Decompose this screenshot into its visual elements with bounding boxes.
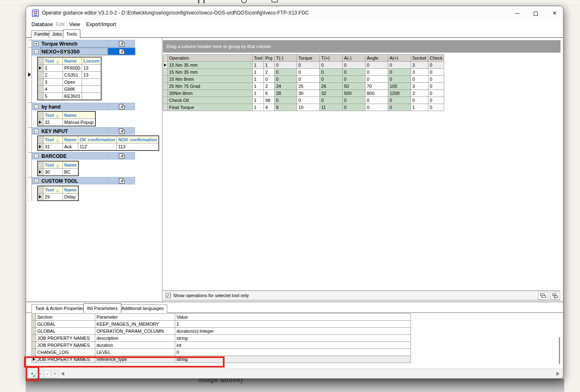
cell[interactable]: JOB PROPERTY NAMES (36, 342, 95, 349)
cell[interactable]: 500 (343, 90, 365, 97)
cell[interactable]: Final Torque (168, 104, 253, 111)
column-header[interactable]: Section (36, 314, 95, 321)
cell[interactable]: 0 (175, 349, 411, 356)
cell[interactable]: 29 (44, 194, 63, 201)
cell[interactable]: 800 (365, 90, 388, 97)
cell[interactable]: 2 (411, 90, 428, 97)
expand-grid-button[interactable] (550, 292, 560, 300)
minimize-button[interactable] (510, 8, 524, 19)
cell[interactable]: 0 (428, 69, 444, 76)
annotation-button[interactable]: A (108, 152, 135, 159)
cell[interactable]: 4 (264, 104, 275, 111)
cell[interactable]: string (175, 335, 411, 342)
cell[interactable]: 2 (44, 72, 63, 79)
cell[interactable]: 0 (320, 69, 343, 76)
cell[interactable]: 1 (253, 83, 264, 90)
cell[interactable]: 2 (264, 69, 275, 76)
column-header[interactable]: Loosen (82, 58, 101, 65)
cell[interactable]: 11 (320, 104, 343, 111)
table-row[interactable]: Check Oil19800000000 (163, 97, 444, 104)
barcode-tools-table[interactable]: ToolName30BC (38, 161, 78, 176)
cell[interactable]: 31 (44, 143, 63, 150)
cell[interactable]: 1 (253, 104, 264, 111)
cell[interactable]: GWK (63, 86, 82, 93)
cell[interactable]: GLOBAL (36, 328, 95, 335)
cell[interactable]: 0 (343, 69, 365, 76)
table-row[interactable]: 15 Nm 35 mm1100000030 (163, 62, 444, 69)
tab-ini-parameters[interactable]: INI Parameters (83, 303, 121, 313)
table-row[interactable]: 32Manual Popup (38, 119, 95, 126)
cell[interactable]: 0 (411, 97, 428, 104)
cell[interactable]: 1 (175, 321, 411, 328)
cell[interactable]: 50 (343, 83, 365, 90)
key-input-tools-table[interactable]: ToolNameOK confirmationNOK confirmation3… (38, 136, 159, 150)
cell[interactable]: 0 (428, 62, 444, 69)
tab-tools[interactable]: Tools (63, 29, 80, 38)
cell[interactable]: 15 Nm 35 mm (168, 69, 253, 76)
annotation-button[interactable]: A (108, 40, 135, 47)
cell[interactable]: 1200 (388, 90, 411, 97)
table-row[interactable]: JOB PROPERTY NAMESdurationint (32, 342, 411, 349)
by-hand-tools-table[interactable]: ToolName32Manual Popup (38, 111, 95, 126)
cell[interactable]: CHANGE_LOG (36, 349, 95, 356)
group-header-custom-tool[interactable]: - CUSTOM TOOL A (32, 177, 135, 184)
cell[interactable]: description (95, 335, 175, 342)
cell[interactable]: 0 (343, 104, 365, 111)
table-row[interactable]: 1PF600013 (38, 65, 101, 72)
cell[interactable]: 112 (78, 143, 116, 150)
cell[interactable]: Manual Popup (63, 119, 95, 126)
cell[interactable]: 24 (275, 83, 297, 90)
cell[interactable]: JOB PROPERTY NAMES (36, 335, 95, 342)
cell[interactable]: 1 (253, 90, 264, 97)
cell[interactable]: KEEP_IMAGES_IN_MEMORY (95, 321, 175, 328)
tab-task-action-properties[interactable]: Task & Action Properties (31, 304, 88, 313)
annotation-button-selected[interactable]: A (108, 48, 135, 55)
table-row[interactable]: GLOBALOPERATION_PARAM_COLUMNduration(s):… (32, 328, 411, 335)
nexo-tools-table[interactable]: ToolNameLoosen1PF6000132CS351133Opex4GWK… (38, 57, 101, 100)
cell[interactable]: 30Nm 8mm (168, 90, 253, 97)
prior-record-icon[interactable] (61, 372, 64, 376)
cell[interactable]: Delay (63, 194, 78, 201)
table-row[interactable]: GLOBALKEEP_IMAGES_IN_MEMORY1 (32, 321, 411, 328)
panel-splitter[interactable] (26, 302, 563, 302)
cell[interactable]: 0 (297, 97, 320, 104)
column-header[interactable]: Torque (297, 55, 320, 62)
cell[interactable]: 1 (253, 69, 264, 76)
title-bar[interactable]: Operator guidance editor V3.2.0-2 - D:\E… (26, 6, 563, 20)
column-header[interactable]: Name (63, 186, 78, 194)
cell[interactable]: 0 (365, 97, 388, 104)
cell[interactable]: 0 (388, 69, 411, 76)
cell[interactable]: 1 (411, 104, 428, 111)
cell[interactable]: 26 (320, 83, 343, 90)
column-header[interactable]: T(-) (275, 55, 297, 62)
expand-toggle[interactable]: + (34, 41, 39, 46)
annotation-button[interactable]: A (108, 103, 135, 110)
column-header[interactable]: Parameter (95, 314, 175, 321)
cancel-edit-button[interactable]: ✕ (51, 370, 58, 377)
cell[interactable]: 30 (297, 90, 320, 97)
maximize-button[interactable] (529, 8, 543, 19)
post-edit-button[interactable]: ✓ (44, 370, 51, 377)
column-header[interactable]: A(-) (343, 55, 365, 62)
cell[interactable]: 0 (388, 62, 411, 69)
column-header[interactable]: OK confirmation (78, 136, 116, 143)
cell[interactable]: 0 (365, 104, 388, 111)
cell[interactable]: PF6000 (63, 65, 82, 72)
cell[interactable] (82, 79, 101, 86)
cell[interactable]: duration(s):Integer (175, 328, 411, 335)
cell[interactable]: 0 (343, 76, 365, 83)
cell[interactable]: 0 (297, 69, 320, 76)
table-row[interactable]: 30Nm 8mm16283032500800120020 (163, 90, 444, 97)
cell[interactable]: Check Oil (168, 97, 253, 104)
column-header[interactable]: Angle (365, 55, 388, 62)
column-header[interactable]: Tool (253, 55, 264, 62)
table-row[interactable]: 15 Nm 8mm1000000000 (163, 76, 444, 83)
cell[interactable]: 0 (428, 90, 444, 97)
cell[interactable] (82, 93, 101, 100)
cell[interactable]: CS351 (63, 72, 82, 79)
cell[interactable]: LEVEL (95, 349, 175, 356)
cell[interactable]: 0 (388, 104, 411, 111)
cell[interactable]: 0 (275, 69, 297, 76)
table-row[interactable]: 25 Nm 75 Grad12242526507010030 (163, 83, 444, 90)
column-header[interactable]: Name (63, 112, 95, 119)
